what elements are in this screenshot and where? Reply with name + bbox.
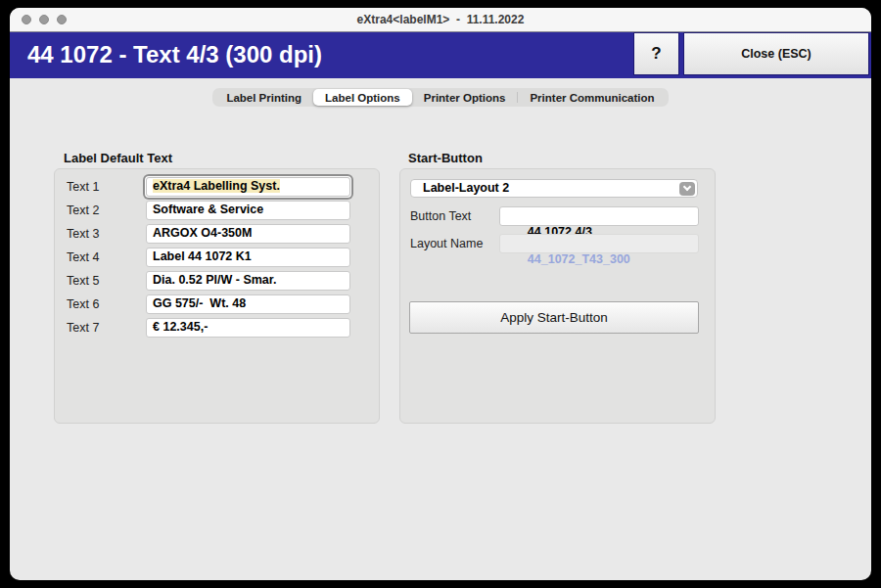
text-field-value: eXtra4 Labelling Syst. [153, 179, 280, 193]
text-field-2[interactable]: Software & Service [146, 201, 350, 220]
apply-start-button[interactable]: Apply Start-Button [409, 301, 699, 334]
minimize-window-icon[interactable] [39, 15, 49, 24]
chevron-down-icon[interactable] [679, 182, 695, 196]
tab-printer-options[interactable]: Printer Options [412, 89, 518, 106]
app-window: eXtra4<labelM1> - 11.11.2022 44 1072 - T… [10, 8, 871, 580]
button-text-label: Button Text [410, 209, 471, 223]
close-window-icon[interactable] [22, 15, 31, 24]
field-row: Text 1eXtra4 Labelling Syst. [55, 177, 379, 201]
text-field-7[interactable]: € 12.345,- [146, 318, 350, 338]
field-row: Text 7€ 12.345,- [55, 318, 379, 341]
text-field-value: Dia. 0.52 Pl/W - Smar. [153, 273, 276, 287]
layout-select[interactable]: Label-Layout 2 [410, 179, 698, 198]
app-header: 44 1072 - Text 4/3 (300 dpi) ? Close (ES… [10, 32, 871, 78]
help-button[interactable]: ? [633, 32, 679, 75]
start-button-heading: Start-Button [408, 151, 483, 165]
tab-bar: Label PrintingLabel OptionsPrinter Optio… [212, 88, 668, 107]
text-field-value: ARGOX O4-350M [153, 226, 252, 240]
tab-bar-wrap: Label PrintingLabel OptionsPrinter Optio… [10, 88, 871, 107]
tab-printer-communication[interactable]: Printer Communication [518, 89, 666, 106]
close-button[interactable]: Close (ESC) [683, 32, 869, 75]
text-field-value: € 12.345,- [153, 320, 208, 334]
label-default-text-panel: Text 1eXtra4 Labelling Syst.Text 2Softwa… [54, 168, 380, 424]
field-row: Text 3ARGOX O4-350M [55, 224, 379, 248]
field-row: Text 6GG 575/- Wt. 48 [55, 294, 379, 318]
text-field-value: GG 575/- Wt. 48 [153, 296, 246, 310]
button-text-field[interactable]: 44 1072 4/3 [499, 206, 699, 226]
field-label: Text 7 [67, 321, 99, 335]
text-field-6[interactable]: GG 575/- Wt. 48 [146, 294, 350, 314]
field-label: Text 5 [67, 274, 99, 288]
field-row: Text 4Label 44 1072 K1 [55, 248, 379, 271]
titlebar: eXtra4<labelM1> - 11.11.2022 [10, 8, 871, 32]
window-controls [22, 15, 67, 24]
tab-label-options[interactable]: Label Options [313, 89, 412, 106]
field-row: Text 5Dia. 0.52 Pl/W - Smar. [55, 271, 379, 294]
text-field-4[interactable]: Label 44 1072 K1 [146, 248, 350, 267]
layout-name-label: Layout Name [410, 237, 483, 250]
text-field-value: Software & Service [153, 203, 263, 216]
field-label: Text 2 [67, 204, 99, 217]
field-row: Text 2Software & Service [55, 201, 379, 224]
field-label: Text 4 [67, 250, 99, 264]
text-field-1[interactable]: eXtra4 Labelling Syst. [146, 177, 350, 197]
zoom-window-icon[interactable] [57, 15, 67, 24]
layout-select-value: Label-Layout 2 [423, 181, 509, 195]
layout-name-field: 44_1072_T43_300 [499, 234, 699, 253]
text-field-value: Label 44 1072 K1 [153, 249, 252, 263]
text-field-5[interactable]: Dia. 0.52 Pl/W - Smar. [146, 271, 350, 291]
text-field-3[interactable]: ARGOX O4-350M [146, 224, 350, 244]
layout-name-value: 44_1072_T43_300 [528, 252, 630, 266]
field-label: Text 1 [67, 180, 99, 194]
window-title: eXtra4<labelM1> - 11.11.2022 [357, 13, 525, 26]
label-default-fields: Text 1eXtra4 Labelling Syst.Text 2Softwa… [55, 177, 379, 341]
label-default-text-heading: Label Default Text [64, 151, 172, 165]
field-label: Text 6 [67, 297, 99, 311]
field-label: Text 3 [67, 227, 99, 241]
tab-label-printing[interactable]: Label Printing [214, 89, 313, 106]
start-button-panel: Label-Layout 2 Button Text 44 1072 4/3 L… [399, 168, 716, 424]
page-title: 44 1072 - Text 4/3 (300 dpi) [10, 32, 633, 78]
